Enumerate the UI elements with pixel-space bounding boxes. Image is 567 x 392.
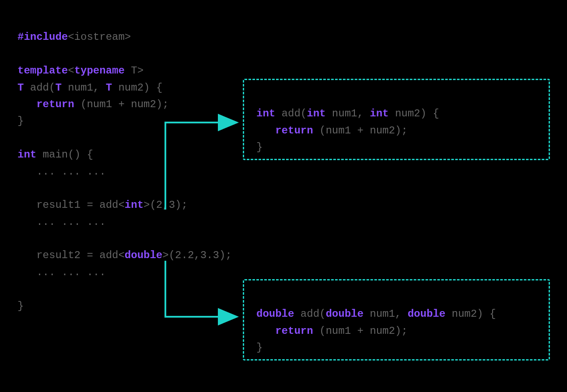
int-instantiation-box: int add(int num1, int num2) { return (nu… [243,79,550,160]
callout1-line-2: return (num1 + num2); [256,125,408,136]
return-keyword: return [36,98,74,110]
double-template-arg: double [125,249,162,261]
double-instantiation-box: double add(double num1, double num2) { r… [243,279,550,360]
callout1-line-1: int add(int num1, int num2) { [256,108,439,119]
code-line-5: return (num1 + num2); [18,98,169,110]
code-line-11: result1 = add<int>(2,3); [18,199,188,211]
code-line-12: ... ... ... [18,216,106,228]
template-keyword: template [18,65,68,77]
code-line-6: } [18,115,24,127]
code-line-4: T add(T num1, T num2) { [18,82,162,94]
callout2-line-3: } [256,342,262,354]
callout2-line-1: double add(double num1, double num2) { [256,308,496,320]
typename-keyword: typename [74,65,125,77]
code-line-15: ... ... ... [18,266,106,278]
include-directive: #include [18,31,68,43]
code-line-17: } [18,300,24,312]
code-line-1: #include<iostream> [18,31,131,43]
main-code-block: #include<iostream> template<typename T> … [18,12,232,315]
callout2-line-2: return (num1 + num2); [256,325,408,337]
callout1-line-3: } [256,141,262,153]
int-template-arg: int [125,199,144,211]
code-line-3: template<typename T> [18,65,144,77]
code-line-14: result2 = add<double>(2.2,3.3); [18,249,232,261]
code-line-8: int main() { [18,149,93,161]
int-keyword: int [18,149,36,161]
code-line-9: ... ... ... [18,166,106,178]
header-name: <iostream> [68,31,131,43]
